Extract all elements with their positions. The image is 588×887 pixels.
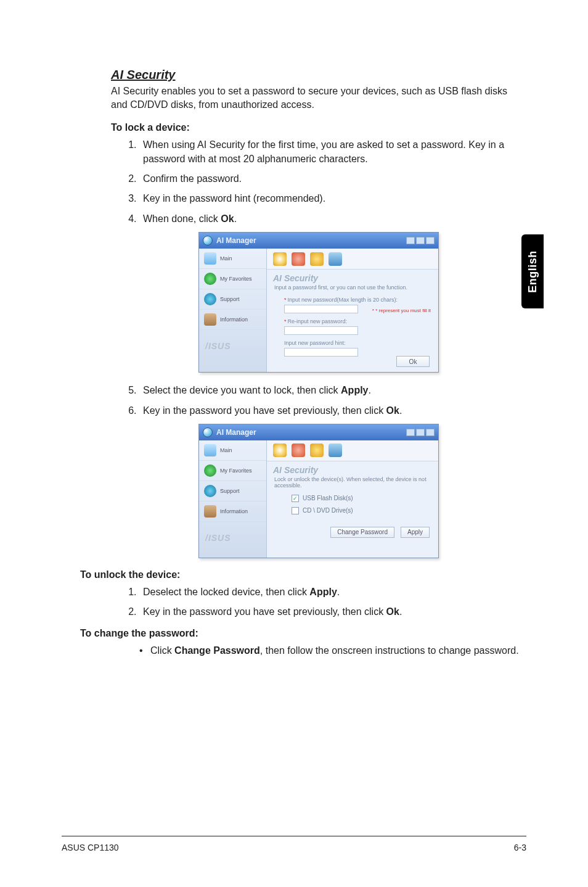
screenshot-2: AI Manager Main My Favorites xyxy=(111,424,526,558)
text: . xyxy=(399,405,402,416)
unlock-step-2: Key in the password you have set previou… xyxy=(139,605,526,619)
sidebar: Main My Favorites Support Information xyxy=(199,249,267,372)
lock-step-4: When done, click Ok. xyxy=(139,212,526,226)
sidebar: Main My Favorites Support Information xyxy=(199,440,267,558)
change-bullets: Click Change Password, then follow the o… xyxy=(111,644,526,658)
device-row-cddvd[interactable]: CD \ DVD Drive(s) xyxy=(267,505,438,517)
maximize-icon[interactable] xyxy=(416,429,425,436)
lock-steps-cont: Select the device you want to lock, then… xyxy=(111,384,526,418)
sidebar-label: Support xyxy=(220,488,240,494)
bold-change-password: Change Password xyxy=(174,645,260,656)
lock-step-3: Key in the password hint (recommended). xyxy=(139,192,526,205)
checkbox-icon[interactable] xyxy=(292,507,299,514)
toolbar-icon-3[interactable] xyxy=(310,444,324,457)
app-window: AI Manager Main My Favorites xyxy=(198,424,439,558)
lock-step-6: Key in the password you have set previou… xyxy=(139,404,526,418)
language-label: English xyxy=(526,250,539,293)
field-label-password-hint: Input new password hint: xyxy=(284,340,431,346)
change-subhead: To change the password: xyxy=(80,628,526,639)
screenshot-1: AI Manager Main My Favorites xyxy=(111,232,526,373)
toolbar-icon-1[interactable] xyxy=(273,252,287,266)
new-password-input[interactable] xyxy=(284,305,358,313)
minimize-icon[interactable] xyxy=(406,237,415,244)
section-heading: AI Security xyxy=(111,68,526,82)
sidebar-item-support[interactable]: Support xyxy=(199,481,266,501)
document-page: English AI Security AI Security enables … xyxy=(0,0,588,887)
text: Key in the password you have set previou… xyxy=(143,405,386,416)
text: Key in the password you have set previou… xyxy=(143,606,386,617)
monitor-icon xyxy=(204,444,216,456)
close-icon[interactable] xyxy=(426,429,435,436)
toolbar-icon-4[interactable] xyxy=(329,252,342,266)
text: Deselect the locked device, then click xyxy=(143,587,309,597)
app-window: AI Manager Main My Favorites xyxy=(198,232,439,373)
ok-button[interactable]: Ok xyxy=(396,356,430,367)
panel-title: AI Security xyxy=(267,270,438,284)
field-label-reinput-password: *Re-input new password: xyxy=(284,318,431,324)
support-icon xyxy=(204,293,216,305)
sidebar-item-favorites[interactable]: My Favorites xyxy=(199,269,266,289)
main-panel: AI Security Lock or unlock the device(s)… xyxy=(267,440,438,558)
maximize-icon[interactable] xyxy=(416,237,425,244)
sidebar-item-main[interactable]: Main xyxy=(199,440,266,461)
device-label: CD \ DVD Drive(s) xyxy=(303,507,353,514)
window-controls xyxy=(406,429,435,436)
lock-steps: When using AI Security for the first tim… xyxy=(111,138,526,226)
favorites-icon xyxy=(204,273,216,285)
sidebar-item-main[interactable]: Main xyxy=(199,249,266,269)
bold-ok: Ok xyxy=(386,606,399,617)
lock-step-2: Confirm the password. xyxy=(139,172,526,186)
language-tab: English xyxy=(521,234,544,308)
sidebar-item-information[interactable]: Information xyxy=(199,501,266,522)
toolbar-icon-2[interactable] xyxy=(292,444,305,457)
device-label: USB Flash Disk(s) xyxy=(303,495,353,501)
page-footer: ASUS CP1130 6-3 xyxy=(62,836,526,852)
sidebar-label: Support xyxy=(220,296,240,302)
window-titlebar: AI Manager xyxy=(199,233,438,249)
panel-title: AI Security xyxy=(267,461,438,476)
toolbar xyxy=(267,440,438,461)
toolbar-icon-3[interactable] xyxy=(310,252,324,266)
window-titlebar: AI Manager xyxy=(199,424,438,440)
favorites-icon xyxy=(204,464,216,477)
bold-ok: Ok xyxy=(221,213,234,224)
panel-description: Lock or unlock the device(s). When selec… xyxy=(267,476,438,492)
app-title: AI Manager xyxy=(216,428,256,437)
password-hint-input[interactable] xyxy=(284,348,358,357)
app-icon xyxy=(203,236,213,245)
text: . xyxy=(399,606,402,617)
unlock-steps: Deselect the locked device, then click A… xyxy=(111,585,526,619)
text: When done, click xyxy=(143,213,221,224)
sidebar-label: My Favorites xyxy=(220,468,252,474)
change-password-button[interactable]: Change Password xyxy=(330,527,394,538)
sidebar-label: My Favorites xyxy=(220,276,252,282)
field-label-new-password: *Input new password(Max length is 20 cha… xyxy=(284,297,431,303)
bold-apply: Apply xyxy=(309,587,337,597)
lock-subhead: To lock a device: xyxy=(111,122,526,133)
close-icon[interactable] xyxy=(426,237,435,244)
toolbar-icon-1[interactable] xyxy=(273,444,287,457)
bold-apply: Apply xyxy=(341,385,368,395)
checkbox-checked-icon[interactable]: ✓ xyxy=(292,495,299,502)
main-panel: AI Security Input a password first, or y… xyxy=(267,249,438,372)
text: Select the device you want to lock, then… xyxy=(143,385,341,395)
sidebar-label: Information xyxy=(220,508,248,514)
text: . xyxy=(234,213,237,224)
lock-step-1: When using AI Security for the first tim… xyxy=(139,138,526,166)
minimize-icon[interactable] xyxy=(406,429,415,436)
sidebar-item-support[interactable]: Support xyxy=(199,289,266,310)
sidebar-item-information[interactable]: Information xyxy=(199,310,266,330)
section-intro: AI Security enables you to set a passwor… xyxy=(111,85,526,111)
text: . xyxy=(369,385,371,395)
toolbar-icon-2[interactable] xyxy=(292,252,305,266)
sidebar-item-favorites[interactable]: My Favorites xyxy=(199,461,266,481)
information-icon xyxy=(204,505,216,518)
apply-button[interactable]: Apply xyxy=(401,527,430,538)
toolbar-icon-4[interactable] xyxy=(329,444,342,457)
required-note: * * represent you must fill it xyxy=(372,308,431,313)
confirm-password-input[interactable] xyxy=(284,326,358,335)
device-row-usb[interactable]: ✓ USB Flash Disk(s) xyxy=(267,492,438,505)
information-icon xyxy=(204,313,216,326)
window-controls xyxy=(406,237,435,244)
text: , then follow the onscreen instructions … xyxy=(260,645,519,656)
